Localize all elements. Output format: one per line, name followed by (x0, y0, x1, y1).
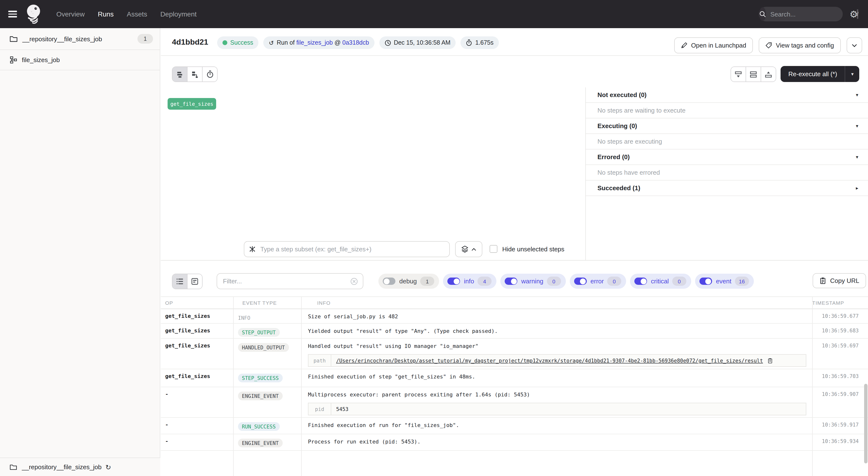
col-info: INFO (310, 297, 802, 309)
panel-section-executing[interactable]: Executing (0) ▾ (586, 118, 868, 134)
caret-down-icon[interactable]: ▾ (856, 123, 858, 129)
reexecute-all-button[interactable]: Re-execute all (*) ▾ (781, 66, 860, 82)
log-structured-view-button[interactable] (187, 274, 202, 289)
copy-path-icon[interactable] (767, 358, 773, 364)
nav-links: Overview Runs Assets Deployment (56, 10, 197, 18)
path-link[interactable]: /Users/erincochran/Desktop/asset_tutoria… (336, 358, 763, 364)
level-count-badge: 0 (672, 277, 686, 286)
filter-chip-warning[interactable]: warning 0 (500, 274, 566, 289)
job-link[interactable]: file_sizes_job (296, 39, 333, 46)
step-subset-input[interactable] (259, 245, 445, 253)
timing-view-button[interactable] (202, 67, 217, 81)
run-of-pill: ↺ Run of file_sizes_job @ 0a318dcb (264, 36, 374, 49)
view-tags-config-button[interactable]: View tags and config (759, 37, 841, 54)
event-type-badge: STEP_OUTPUT (238, 328, 280, 337)
panel-bottom-collapse-button[interactable] (731, 67, 746, 81)
log-list-view-button[interactable] (173, 274, 187, 289)
step-subset-field (244, 241, 450, 257)
search-input[interactable] (769, 10, 857, 18)
toggle-on-icon[interactable] (700, 277, 712, 285)
dagster-run-page: Overview Runs Assets Deployment / ⚙ __re… (0, 0, 868, 476)
log-row[interactable]: get_file_sizes INFO Size of serial_job.p… (161, 309, 868, 324)
level-count-badge: 0 (547, 277, 561, 286)
sidebar-repo-label: __repository__file_sizes_job (22, 35, 102, 42)
history-icon: ↺ (269, 39, 274, 46)
log-filter-input[interactable] (222, 277, 350, 285)
event-type-badge: INFO (238, 313, 254, 322)
panel-top-collapse-button[interactable] (761, 67, 776, 81)
gear-icon[interactable]: ⚙ (849, 9, 858, 19)
sidebar-item-repository[interactable]: __repository__file_sizes_job 1 (0, 28, 160, 50)
graph-query-options-button[interactable] (455, 241, 482, 257)
panel-section-not-executed[interactable]: Not executed (0) ▾ (586, 87, 868, 103)
log-row[interactable]: get_file_sizes STEP_SUCCESS Finished exe… (161, 369, 868, 387)
log-row[interactable]: get_file_sizes STEP_OUTPUT Yielded outpu… (161, 324, 868, 339)
refresh-icon[interactable]: ↻ (105, 463, 111, 471)
toggle-on-icon[interactable] (574, 277, 587, 285)
clear-filter-icon[interactable] (350, 277, 358, 285)
clock-icon (384, 39, 391, 46)
filter-chip-debug[interactable]: debug 1 (378, 274, 439, 289)
pencil-icon (681, 42, 687, 48)
nav-assets[interactable]: Assets (127, 10, 147, 18)
gantt-view-toggle-group (172, 66, 218, 82)
gantt-step-node[interactable]: get_file_sizes (167, 98, 216, 110)
reexecute-caret-icon[interactable]: ▾ (845, 66, 860, 82)
caret-right-icon[interactable]: ▸ (856, 185, 858, 191)
caret-up-icon (472, 248, 476, 250)
header-more-button[interactable] (847, 37, 862, 54)
filter-chip-info[interactable]: info 4 (443, 274, 496, 289)
panel-section-succeeded[interactable]: Succeeded (1) ▸ (586, 180, 868, 196)
filter-chip-error[interactable]: error 0 (569, 274, 626, 289)
level-count-badge: 4 (477, 277, 492, 286)
toggle-off-icon[interactable] (383, 277, 395, 285)
panel-split-button[interactable] (746, 67, 761, 81)
panel-layout-toggle-group (731, 66, 776, 82)
level-count-badge: 16 (735, 277, 749, 286)
gantt-waterfall-view-button[interactable] (187, 67, 202, 81)
filter-chip-critical[interactable]: critical 0 (630, 274, 691, 289)
toggle-on-icon[interactable] (447, 277, 460, 285)
nav-runs[interactable]: Runs (98, 10, 114, 18)
commit-link[interactable]: 0a318dcb (342, 39, 369, 46)
log-filter-field (217, 273, 363, 289)
copy-url-button[interactable]: Copy URL (813, 273, 866, 288)
caret-down-icon[interactable]: ▾ (856, 154, 858, 160)
tag-icon (766, 42, 772, 48)
caret-down-icon[interactable]: ▾ (856, 92, 858, 98)
nav-overview[interactable]: Overview (56, 10, 85, 18)
menu-icon[interactable] (8, 11, 17, 18)
hide-unselected-checkbox[interactable] (490, 245, 497, 253)
panel-section-errored[interactable]: Errored (0) ▾ (586, 149, 868, 165)
sidebar-item-job[interactable]: file_sizes_job (0, 50, 160, 70)
run-tags: Success ↺ Run of file_sizes_job @ 0a318d… (217, 36, 499, 49)
panel-body-not-executed: No steps are waiting to execute (586, 103, 868, 118)
level-count-badge: 1 (420, 277, 434, 286)
log-scrollbar[interactable] (864, 384, 868, 464)
log-row[interactable]: get_file_sizes HANDLED_OUTPUT Handled ou… (161, 339, 868, 369)
log-row[interactable]: - RUN_SUCCESS Finished execution of run … (161, 418, 868, 434)
layers-icon (461, 245, 468, 253)
log-section-divider (161, 260, 868, 261)
gantt-flat-view-button[interactable] (173, 67, 187, 81)
nav-deployment[interactable]: Deployment (160, 10, 196, 18)
metadata-key: path (308, 355, 331, 366)
toggle-on-icon[interactable] (634, 277, 647, 285)
log-row[interactable]: - ENGINE_EVENT Multiprocess executor: pa… (161, 387, 868, 418)
folder-icon (10, 36, 18, 42)
filter-chip-event[interactable]: event 16 (695, 274, 754, 289)
open-in-launchpad-button[interactable]: Open in Launchpad (674, 37, 753, 54)
dagster-logo[interactable] (24, 3, 44, 25)
duration-pill: 1.675s (461, 36, 499, 49)
status-badge: Success (217, 36, 259, 49)
global-search[interactable]: / (759, 7, 843, 21)
metadata-entry: path /Users/erincochran/Desktop/asset_tu… (308, 354, 806, 367)
clipboard-icon (819, 277, 826, 284)
run-header-buttons: Open in Launchpad View tags and config (674, 37, 862, 54)
timer-icon (466, 39, 472, 46)
event-type-badge: STEP_SUCCESS (238, 374, 283, 382)
col-event-type: EVENT TYPE (238, 297, 310, 309)
log-table-header: OP EVENT TYPE INFO TIMESTAMP (161, 297, 868, 309)
toggle-on-icon[interactable] (505, 277, 517, 285)
log-row[interactable]: - ENGINE_EVENT Process for run exited (p… (161, 434, 868, 451)
